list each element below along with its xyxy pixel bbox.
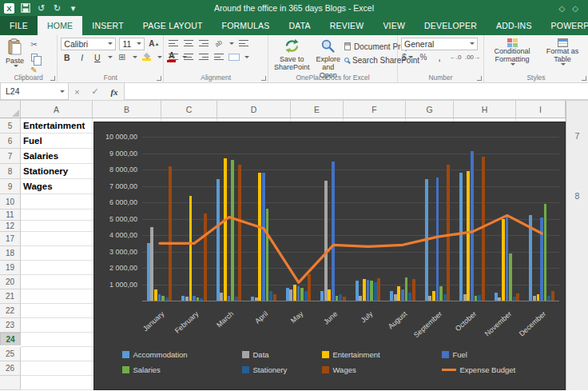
tab-home[interactable]: HOME [38, 16, 82, 35]
row-header-24[interactable]: 24 [0, 333, 21, 345]
decrease-indent-button[interactable] [213, 51, 224, 63]
row-header-20[interactable]: 20 [0, 275, 21, 289]
tab-view[interactable]: VIEW [373, 16, 415, 35]
conditional-formatting-button[interactable]: Conditional Formatting [487, 37, 537, 66]
legend-item-stationery[interactable]: Stationery [242, 365, 322, 374]
right-pane-row-header-8[interactable]: 8 [566, 191, 588, 201]
underline-button[interactable]: U [91, 51, 103, 63]
cancel-button[interactable]: × [74, 87, 79, 97]
column-header-H[interactable]: H [454, 101, 516, 118]
row-header-5[interactable]: 5 [0, 118, 21, 134]
tab-data[interactable]: DATA [280, 16, 320, 35]
cell-A12[interactable] [21, 221, 93, 232]
legend-item-data[interactable]: Data [242, 350, 322, 359]
bold-button[interactable]: B [61, 51, 73, 63]
number-dialog-launcher[interactable] [477, 76, 482, 81]
cell-A7[interactable]: Salaries [21, 149, 93, 164]
row-header-6[interactable]: 6 [0, 134, 21, 149]
format-as-table-button[interactable]: Format as Table [540, 37, 585, 66]
cell-A5[interactable]: Entertainment [21, 118, 93, 134]
align-middle-button[interactable] [182, 38, 194, 50]
tab-insert[interactable]: INSERT [82, 16, 133, 35]
excel-app-icon[interactable]: X [4, 3, 14, 14]
select-all-corner[interactable] [0, 101, 21, 118]
font-size-select[interactable]: 11 [119, 38, 145, 50]
cut-button[interactable]: ✂ [28, 38, 40, 50]
row-header-19[interactable]: 19 [0, 261, 21, 275]
formula-input[interactable] [125, 83, 588, 100]
column-header-I[interactable]: I [516, 101, 566, 118]
cell-A11[interactable] [21, 209, 93, 221]
alignment-dialog-launcher[interactable] [261, 76, 266, 81]
row-header-12[interactable]: 12 [0, 221, 21, 232]
row-header-7[interactable]: 7 [0, 149, 21, 164]
column-header-G[interactable]: G [406, 101, 454, 118]
row-header-8[interactable]: 8 [0, 164, 21, 179]
currency-button[interactable]: $ [401, 51, 414, 63]
number-format-select[interactable]: General [401, 38, 478, 50]
row-header-18[interactable]: 18 [0, 246, 21, 261]
row-header-partial[interactable] [0, 376, 21, 390]
grow-font-button[interactable]: A▲ [148, 38, 160, 50]
cell-A10[interactable] [21, 194, 93, 209]
italic-button[interactable]: I [76, 51, 88, 63]
borders-button[interactable]: ⊞ [116, 51, 128, 63]
cell-A-partial[interactable] [21, 376, 93, 390]
legend-item-accommodation[interactable]: Accommodation [122, 350, 242, 359]
column-header-A[interactable]: A [21, 101, 93, 118]
cell-A8[interactable]: Stationery [21, 164, 93, 179]
cell-A22[interactable] [21, 304, 93, 318]
cell-A6[interactable]: Fuel [21, 134, 93, 149]
orientation-button[interactable]: ab [213, 38, 224, 50]
row-header-21[interactable]: 21 [0, 289, 21, 304]
legend-item-wages[interactable]: Wages [322, 365, 442, 374]
decrease-decimal-button[interactable]: .00→ [465, 51, 480, 63]
align-left-button[interactable] [167, 51, 179, 63]
enter-button[interactable]: ✓ [92, 86, 99, 97]
name-box[interactable]: L24 [0, 83, 69, 100]
cell-A26[interactable] [21, 361, 93, 376]
percent-button[interactable]: % [417, 51, 430, 63]
cell-A24[interactable] [21, 333, 93, 347]
tab-add-ins[interactable]: ADD-INS [487, 16, 542, 35]
column-header-C[interactable]: C [161, 101, 217, 118]
merge-center-button[interactable] [228, 51, 240, 63]
cell-A19[interactable] [21, 261, 93, 275]
undo-icon[interactable]: ↺ [36, 2, 46, 14]
row-header-17[interactable]: 17 [0, 232, 21, 246]
wrap-text-button[interactable] [237, 38, 249, 50]
paste-button[interactable]: Paste [3, 37, 26, 76]
comma-style-button[interactable]: , [433, 51, 446, 63]
save-icon[interactable] [20, 2, 30, 14]
styles-dialog-launcher[interactable] [582, 76, 586, 81]
copy-button[interactable] [28, 51, 40, 63]
tab-developer[interactable]: DEVELOPER [415, 16, 487, 35]
column-header-E[interactable]: E [291, 101, 344, 118]
font-dialog-launcher[interactable] [157, 76, 161, 81]
column-header-F[interactable]: F [344, 101, 406, 118]
legend-item-expense-budget[interactable]: Expense Budget [442, 365, 538, 374]
cell-A23[interactable] [21, 318, 93, 333]
expense-budget-line[interactable] [142, 134, 559, 303]
right-pane-row-header-7[interactable]: 7 [566, 131, 588, 141]
row-header-25[interactable]: 25 [0, 347, 21, 361]
align-center-button[interactable] [182, 51, 194, 63]
align-top-button[interactable] [167, 38, 179, 50]
cell-A25[interactable] [21, 347, 93, 361]
insert-function-button[interactable]: fx [110, 87, 117, 97]
cell-A17[interactable] [21, 232, 93, 246]
tab-formulas[interactable]: FORMULAS [213, 16, 280, 35]
row-header-11[interactable]: 11 [0, 209, 21, 221]
row-header-26[interactable]: 26 [0, 361, 21, 376]
tab-page-layout[interactable]: PAGE LAYOUT [133, 16, 213, 35]
cell-A18[interactable] [21, 246, 93, 261]
qat-customize-icon[interactable]: ▾ [68, 2, 78, 14]
row-header-23[interactable]: 23 [0, 318, 21, 333]
align-bottom-button[interactable] [197, 38, 209, 50]
redo-icon[interactable]: ↻ [52, 2, 62, 14]
fill-color-button[interactable] [141, 51, 153, 63]
column-header-D[interactable]: D [217, 101, 291, 118]
legend-item-salaries[interactable]: Salaries [122, 365, 242, 374]
chart[interactable]: 10 000,009 000,008 000,007 000,006 000,0… [93, 122, 566, 390]
tab-review[interactable]: REVIEW [320, 16, 374, 35]
